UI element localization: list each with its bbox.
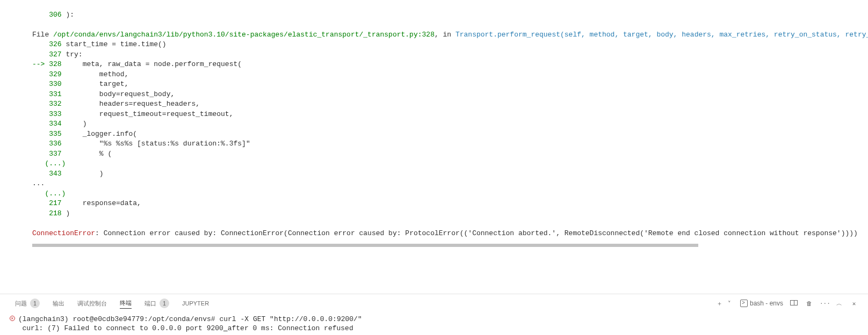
line-number: 343	[49, 170, 61, 178]
line-number: 330	[49, 80, 61, 88]
terminal-command: curl -X GET "http://0.0.0.0:9200/"	[219, 315, 361, 323]
bottom-panel: 问题 1 输出 调试控制台 终端 端口 1 JUPYTER ＋ ˅ bash -…	[0, 294, 868, 335]
code-text: request_timeout=request_timeout,	[62, 110, 234, 118]
horizontal-scrollbar[interactable]	[32, 244, 698, 247]
split-terminal-icon[interactable]	[790, 300, 798, 307]
code-text: _logger.info(	[62, 130, 137, 138]
panel-tabs: 问题 1 输出 调试控制台 终端 端口 1 JUPYTER ＋ ˅ bash -…	[0, 294, 868, 312]
code-text: method,	[62, 70, 129, 78]
terminal-cursor	[223, 324, 228, 332]
tab-jupyter[interactable]: JUPYTER	[182, 300, 209, 307]
line-number: 336	[49, 140, 61, 148]
new-terminal-icon[interactable]: ＋	[715, 300, 724, 308]
terminal-output-before: curl: (7) Failed to connect to 0.0.0.0 p…	[22, 324, 223, 332]
tab-label: 调试控制台	[77, 300, 107, 308]
line-number: 332	[49, 100, 61, 108]
code-text: start_time = time.time()	[62, 40, 167, 48]
tab-label: 问题	[15, 300, 27, 308]
line-number: 306	[49, 11, 61, 19]
chevron-up-icon[interactable]: ︿	[835, 300, 843, 308]
code-text: )	[62, 120, 87, 128]
terminal-content[interactable]: (langchain3) root@e0cdb3e94779:/opt/cond…	[0, 312, 868, 335]
error-name: ConnectionError	[32, 229, 95, 237]
tab-label: JUPYTER	[182, 300, 209, 307]
tab-terminal[interactable]: 终端	[120, 299, 132, 309]
code-text: meta, raw_data = node.perform_request(	[62, 60, 242, 68]
function-signature: Transport.perform_request(self, method, …	[455, 31, 868, 39]
line-number: 337	[49, 150, 61, 158]
ports-count-badge: 1	[160, 298, 169, 308]
tab-label: 输出	[53, 300, 64, 308]
more-icon[interactable]: ···	[820, 300, 828, 307]
tab-ports[interactable]: 端口 1	[144, 298, 169, 308]
code-text: % (	[62, 150, 112, 158]
code-text: headers=request_headers,	[62, 100, 200, 108]
line-number: 218	[49, 209, 61, 217]
error-indicator-icon	[10, 316, 18, 321]
code-text: ):	[66, 11, 74, 19]
tab-output[interactable]: 输出	[53, 300, 64, 308]
panel-actions: ＋ ˅ bash - envs 🗑 ··· ︿ ✕	[715, 300, 858, 308]
problems-count-badge: 1	[30, 298, 40, 308]
tab-problems[interactable]: 问题 1	[15, 298, 40, 308]
code-text: )	[62, 170, 104, 178]
current-line-marker: -->	[32, 60, 49, 68]
code-text: target,	[62, 80, 129, 88]
traceback-output: 306 ): File /opt/conda/envs/langchain3/l…	[0, 0, 868, 294]
error-message: : Connection error caused by: Connection…	[95, 229, 858, 237]
terminal-output-after: after 0 ms: Connection refused	[228, 324, 353, 332]
line-number: 335	[49, 130, 61, 138]
file-path: /opt/conda/envs/langchain3/lib/python3.1…	[53, 31, 435, 39]
code-text: body=request_body,	[62, 90, 175, 98]
code-text: )	[62, 209, 70, 217]
tab-label: 终端	[120, 299, 132, 307]
code-text: try:	[62, 50, 83, 59]
line-number: 334	[49, 120, 61, 128]
file-prefix: File	[32, 31, 53, 39]
ellipsis: (...)	[32, 190, 66, 198]
code-text: "%s %s%s [status:%s duration:%.3fs]"	[62, 140, 250, 148]
ellipsis: (...)	[32, 159, 66, 168]
line-number: 326	[49, 40, 61, 48]
line-number: 217	[49, 199, 61, 207]
line-number: 331	[49, 90, 61, 98]
shell-name: bash - envs	[750, 300, 783, 307]
line-number: 333	[49, 110, 61, 118]
traceback-text[interactable]: 306 ): File /opt/conda/envs/langchain3/l…	[32, 0, 868, 238]
chevron-down-icon[interactable]: ˅	[725, 300, 734, 307]
terminal-box-icon	[740, 300, 748, 307]
tab-label: 端口	[144, 300, 156, 308]
shell-selector[interactable]: bash - envs	[740, 300, 783, 307]
close-panel-icon[interactable]: ✕	[850, 300, 858, 307]
dots: ...	[32, 179, 45, 187]
prompt-env: (langchain3)	[18, 315, 73, 323]
line-number: 329	[49, 70, 61, 78]
prompt-path: root@e0cdb3e94779:/opt/conda/envs#	[73, 315, 219, 323]
tab-debug-console[interactable]: 调试控制台	[77, 300, 107, 308]
line-number: 327	[49, 50, 61, 59]
code-text: response=data,	[62, 199, 141, 207]
line-number: 328	[49, 60, 61, 68]
trash-icon[interactable]: 🗑	[805, 300, 813, 307]
